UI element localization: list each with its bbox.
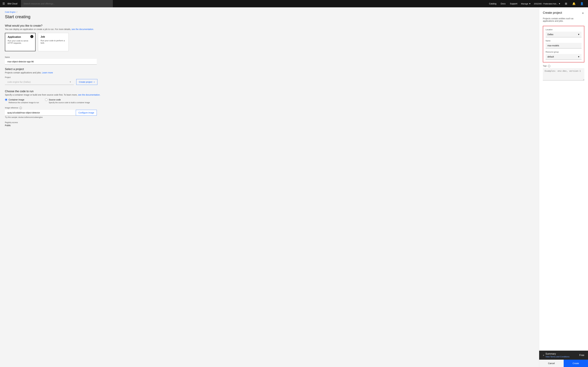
location-chevron-icon: ▼ (578, 33, 580, 36)
image-ref-row: Configure image (5, 110, 97, 116)
account-name: 2032340 - Federated Adv... (534, 3, 558, 5)
learn-more-link[interactable]: Learn more (42, 71, 53, 74)
tags-input[interactable] (543, 68, 584, 80)
support-link[interactable]: Support (508, 0, 519, 7)
image-ref-group: Image reference i Configure image Try th… (5, 107, 534, 118)
location-value: Dallas (547, 33, 553, 36)
topnav-right: Catalog Docs Support Manage ▼ 2032340 - … (487, 0, 586, 7)
create-project-plus-icon: + (94, 81, 95, 83)
summary-price: Free (579, 354, 584, 357)
source-radio-input[interactable] (45, 99, 47, 101)
top-navigation: ☰ IBM Cloud Catalog Docs Support Manage … (0, 0, 588, 7)
code-title: Choose the code to run (5, 90, 534, 93)
location-label: Location (545, 29, 582, 31)
manage-dropdown[interactable]: Manage ▼ (520, 0, 532, 7)
resource-group-value: default (547, 56, 554, 58)
content-area: Code Engine / Start creating What would … (0, 7, 539, 367)
project-dropdown-value: code-engine-faz (Dallas) (7, 81, 31, 83)
panel-body: Location Dallas ▼ Name Resource group de… (539, 22, 588, 351)
image-ref-input[interactable] (5, 110, 76, 116)
card-row: Application Run your code to serve HTTP … (5, 33, 534, 51)
tags-section: Tags i (543, 65, 584, 81)
manage-label: Manage (521, 3, 528, 5)
registry-value: Public (5, 124, 534, 127)
what-create-section: What would you like to create? You can d… (5, 24, 534, 51)
image-ref-info-icon[interactable]: i (19, 107, 22, 109)
code-section: Choose the code to run Specify a contain… (5, 90, 534, 127)
panel-desc: Projects contain entities such as applic… (539, 16, 588, 22)
name-section: Name (5, 56, 534, 65)
summary-bar-left: ∧ Summary View Terms and Conditions (543, 352, 570, 358)
summary-chevron-icon[interactable]: ∧ (543, 354, 544, 356)
job-card[interactable]: Job Run your code to perform a task. (38, 33, 69, 51)
project-field-label: Project (5, 76, 534, 78)
source-radio-item: Source code Specify the source code to b… (45, 99, 90, 104)
container-radio-label[interactable]: Container image (5, 99, 39, 101)
container-radio-input[interactable] (5, 99, 7, 101)
code-desc: Specify a container image or build one f… (5, 94, 534, 96)
panel-name-label: Name (545, 40, 582, 42)
catalog-link[interactable]: Catalog (487, 0, 498, 7)
source-sub: Specify the source code to build a conta… (49, 101, 90, 104)
select-project-desc: Projects contain applications and jobs. … (5, 71, 534, 74)
container-radio-item: Container image Reference the container … (5, 99, 39, 104)
view-terms-link[interactable]: View Terms and Conditions (545, 356, 570, 358)
breadcrumb-parent[interactable]: Code Engine (5, 11, 16, 13)
manage-chevron-icon: ▼ (529, 3, 531, 5)
tags-label: Tags i (543, 65, 584, 67)
project-dropdown[interactable]: code-engine-faz (Dallas) ▼ (5, 79, 74, 85)
account-chevron-icon: ▼ (558, 3, 561, 5)
panel-close-button[interactable]: × (581, 11, 584, 16)
breadcrumb-separator: / (17, 11, 17, 13)
main-wrapper: Code Engine / Start creating What would … (0, 7, 588, 367)
registry-access-group: Registry access Public (5, 121, 534, 127)
page-title: Start creating (5, 14, 534, 19)
application-card-title: Application (8, 36, 33, 38)
select-project-title: Select a project (5, 67, 534, 71)
see-documentation-link[interactable]: see the documentation. (71, 28, 94, 30)
panel-name-input[interactable] (545, 43, 582, 49)
panel-title: Create project (543, 11, 562, 15)
what-create-title: What would you like to create? (5, 24, 534, 27)
summary-content: Summary View Terms and Conditions (545, 352, 570, 358)
brand-name: IBM Cloud (7, 2, 17, 5)
create-button[interactable]: Create (564, 360, 588, 367)
create-project-button[interactable]: Create project + (76, 79, 97, 85)
job-card-title: Job (41, 35, 66, 38)
summary-bar: ∧ Summary View Terms and Conditions Free (539, 351, 588, 360)
tags-info-icon[interactable]: i (548, 65, 550, 67)
application-card[interactable]: Application Run your code to serve HTTP … (5, 33, 35, 51)
resource-group-label: Resource group (545, 51, 582, 53)
name-input[interactable] (5, 59, 97, 65)
container-label: Container image (9, 99, 24, 101)
summary-title: Summary (545, 352, 556, 355)
configure-image-button[interactable]: Configure image (76, 110, 97, 116)
registry-label: Registry access (5, 121, 534, 124)
notifications-icon[interactable]: 🔔 (570, 0, 578, 7)
location-resource-box: Location Dallas ▼ Name Resource group de… (543, 26, 584, 62)
search-input[interactable] (21, 0, 113, 7)
account-selector[interactable]: 2032340 - Federated Adv... ▼ (533, 0, 562, 7)
create-project-label: Create project (79, 81, 92, 83)
project-dropdown-chevron-icon: ▼ (69, 81, 71, 83)
panel-name-section: Name (545, 40, 582, 49)
project-select-row: code-engine-faz (Dallas) ▼ Create projec… (5, 79, 534, 85)
menu-icon[interactable]: ☰ (2, 2, 5, 5)
name-label: Name (5, 56, 534, 58)
source-label: Source code (49, 99, 61, 101)
application-card-desc: Run your code to serve HTTP requests. (8, 40, 33, 44)
panel-footer: Cancel Create (539, 360, 588, 367)
cancel-button[interactable]: Cancel (539, 360, 564, 367)
code-radio-group: Container image Reference the container … (5, 99, 534, 104)
user-icon[interactable]: 👤 (578, 0, 586, 7)
code-see-docs-link[interactable]: see the documentation. (78, 94, 100, 96)
docs-link[interactable]: Docs (499, 0, 508, 7)
application-card-check: ✓ (30, 35, 33, 38)
source-radio-label[interactable]: Source code (45, 99, 90, 101)
job-card-desc: Run your code to perform a task. (41, 40, 66, 44)
resource-group-chevron-icon: ▼ (578, 56, 580, 58)
resource-group-dropdown[interactable]: default ▼ (545, 54, 582, 60)
image-ref-helper: Try this sample: docker.io/ibmcom/codeen… (5, 116, 534, 118)
location-dropdown[interactable]: Dallas ▼ (545, 32, 582, 37)
cost-estimator-icon[interactable]: ⊞ (562, 0, 570, 7)
